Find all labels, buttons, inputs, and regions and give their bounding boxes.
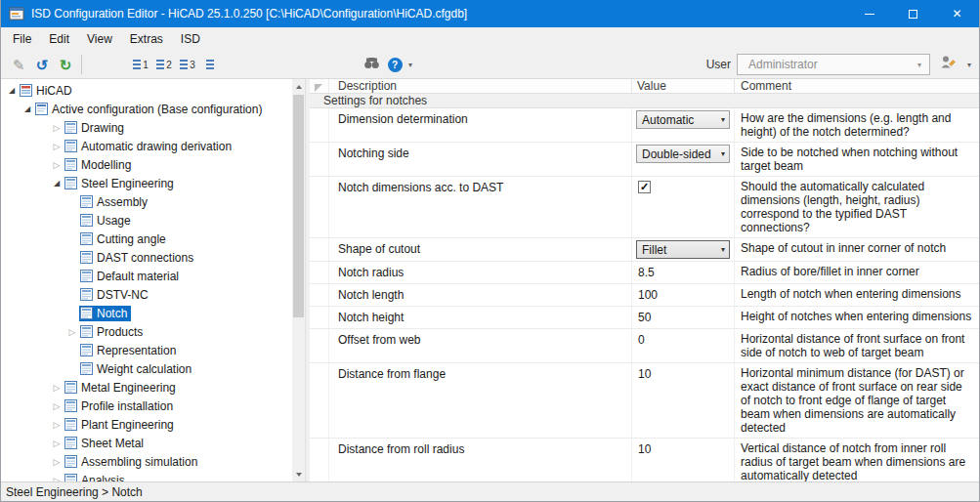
user-menu-caret-icon[interactable]: ▾: [965, 61, 973, 69]
tree-item-notch[interactable]: Notch: [1, 304, 293, 322]
tree-item-label: Plant Engineering: [81, 418, 174, 432]
node-icon: [64, 399, 77, 412]
tree-item-usage[interactable]: Usage: [1, 211, 293, 230]
tree-expander-icon[interactable]: ◢: [50, 179, 64, 188]
setting-comment: Radius of bore/fillet in inner corner: [735, 262, 979, 283]
node-icon: [64, 121, 77, 134]
scroll-up-button[interactable]: [292, 79, 305, 94]
tree-item-steel-engineering[interactable]: ◢Steel Engineering: [1, 174, 293, 192]
row-gutter: [310, 262, 329, 283]
tree-expander-icon[interactable]: ▷: [50, 383, 64, 393]
tree-expander-icon[interactable]: ◢: [5, 86, 19, 95]
menu-extras[interactable]: Extras: [121, 27, 172, 51]
tree-expander-icon[interactable]: ▷: [50, 420, 64, 430]
group-header-label: Settings for notches: [323, 94, 427, 107]
tree-expander-icon[interactable]: ▷: [50, 476, 64, 482]
tree-item-default-material[interactable]: Default material: [1, 267, 293, 285]
close-button[interactable]: ✕: [935, 0, 979, 27]
refresh-button[interactable]: ↻: [54, 53, 77, 76]
undo-button[interactable]: ↺: [30, 53, 54, 76]
setting-description: Notch height: [329, 307, 632, 328]
shape-of-cutout-dropdown[interactable]: Fillet▾: [636, 240, 730, 259]
column-header-description[interactable]: Description: [329, 79, 632, 93]
tree-item-label: HiCAD: [36, 84, 72, 98]
tree-item-profile-installation[interactable]: ▷Profile installation: [1, 397, 293, 415]
menu-edit[interactable]: Edit: [40, 27, 78, 51]
offset-from-web-value[interactable]: 0: [636, 331, 645, 347]
distance-from-roll-radius-value[interactable]: 10: [636, 440, 651, 456]
setting-comment: Horizontal distance of front surface on …: [735, 329, 979, 362]
scrollbar-thumb[interactable]: [293, 95, 304, 317]
tree-scrollbar[interactable]: [292, 79, 305, 481]
scroll-up-icon: [296, 85, 302, 89]
tree-item-hicad[interactable]: ◢HiCAD: [1, 81, 293, 100]
toolbar-separator: [81, 55, 82, 74]
config-tree-panel: ◢HiCAD◢Active configuration (Base config…: [1, 79, 306, 481]
tree-item-dast-connections[interactable]: DAST connections: [1, 248, 293, 267]
column-header-comment[interactable]: Comment: [735, 79, 979, 93]
tree-item-active-configuration-base-configuration[interactable]: ◢Active configuration (Base configuratio…: [1, 100, 293, 118]
tree-item-dstv-nc[interactable]: DSTV-NC: [1, 285, 293, 304]
tree-item-plant-engineering[interactable]: ▷Plant Engineering: [1, 415, 293, 434]
menu-file[interactable]: File: [4, 27, 40, 51]
tree-item-weight-calculation[interactable]: Weight calculation: [1, 359, 293, 378]
menu-isd[interactable]: ISD: [172, 27, 209, 51]
tree-expander-icon[interactable]: ▷: [50, 439, 64, 448]
setting-comment: Height of notches when entering dimensio…: [735, 307, 979, 328]
tree-item-automatic-drawing-derivation[interactable]: ▷Automatic drawing derivation: [1, 137, 293, 155]
tree-expander-icon[interactable]: ▷: [65, 327, 79, 337]
tree-item-representation[interactable]: Representation: [1, 341, 293, 359]
user-dropdown[interactable]: Administrator ▾: [737, 54, 930, 75]
notch-height-value[interactable]: 50: [636, 309, 651, 324]
distance-from-flange-value[interactable]: 10: [636, 365, 651, 381]
maximize-button[interactable]: [891, 0, 935, 27]
menu-view[interactable]: View: [78, 27, 121, 51]
tree-item-label: DSTV-NC: [97, 288, 149, 302]
tree-item-label: DAST connections: [97, 251, 193, 265]
node-icon: [80, 288, 93, 301]
tree-level-3-button[interactable]: 3: [176, 53, 199, 76]
notch-dimensions-acc-to-dast-checkbox[interactable]: ✓: [638, 181, 651, 193]
group-header-row[interactable]: Settings for notches: [310, 94, 979, 108]
tree-expander-icon[interactable]: ▷: [50, 160, 64, 170]
tree-expander-icon[interactable]: ▷: [50, 142, 64, 151]
tree-item-assembling-simulation[interactable]: ▷Assembling simulation: [1, 452, 293, 471]
tree-expander-icon[interactable]: ▷: [50, 401, 64, 411]
notch-length-value[interactable]: 100: [636, 286, 658, 302]
dimension-determination-dropdown[interactable]: Automatic▾: [636, 110, 730, 129]
tree-item-modelling[interactable]: ▷Modelling: [1, 155, 293, 174]
titlebar: ISD Configuration Editor - HiCAD 25.1.0.…: [1, 0, 979, 27]
find-button[interactable]: [360, 53, 383, 76]
setting-description: Notching side: [329, 143, 632, 176]
minimize-button[interactable]: [847, 0, 891, 27]
tree-item-analysis[interactable]: ▷Analysis: [1, 471, 293, 481]
tree-item-label: Assembly: [97, 195, 148, 209]
setting-value-cell: Automatic▾: [632, 108, 735, 142]
tree-item-drawing[interactable]: ▷Drawing: [1, 118, 293, 137]
tree-expander-icon[interactable]: ◢: [21, 105, 34, 113]
node-icon: [80, 307, 93, 319]
tree-level-2-button[interactable]: 2: [152, 53, 176, 76]
tree-expander-icon[interactable]: ▷: [50, 123, 64, 133]
help-button[interactable]: ?: [383, 53, 406, 76]
tree-item-cutting-angle[interactable]: Cutting angle: [1, 230, 293, 248]
tree-item-assembly[interactable]: Assembly: [1, 192, 293, 211]
tree-expand-all-button[interactable]: [199, 53, 223, 76]
edit-button[interactable]: ✎: [7, 53, 30, 76]
window-title: ISD Configuration Editor - HiCAD 25.1.0.…: [31, 7, 467, 21]
column-header-value[interactable]: Value: [632, 79, 735, 93]
tree-item-products[interactable]: ▷Products: [1, 322, 293, 341]
setting-description: Shape of cutout: [329, 238, 632, 261]
tree-expander-icon[interactable]: ▷: [50, 457, 64, 467]
tree-item-metal-engineering[interactable]: ▷Metal Engineering: [1, 378, 293, 397]
scroll-down-button[interactable]: [292, 467, 305, 481]
tree-item-label: Notch: [97, 307, 127, 320]
tree-level-1-button[interactable]: 1: [129, 53, 152, 76]
notching-side-dropdown[interactable]: Double-sided▾: [636, 145, 730, 163]
help-menu-caret-icon[interactable]: ▾: [406, 61, 414, 69]
row-gutter: [310, 143, 329, 176]
notch-radius-value[interactable]: 8.5: [636, 264, 655, 279]
grid-corner-icon: [315, 84, 322, 92]
edit-user-button[interactable]: [936, 53, 959, 76]
tree-item-sheet-metal[interactable]: ▷Sheet Metal: [1, 434, 293, 452]
